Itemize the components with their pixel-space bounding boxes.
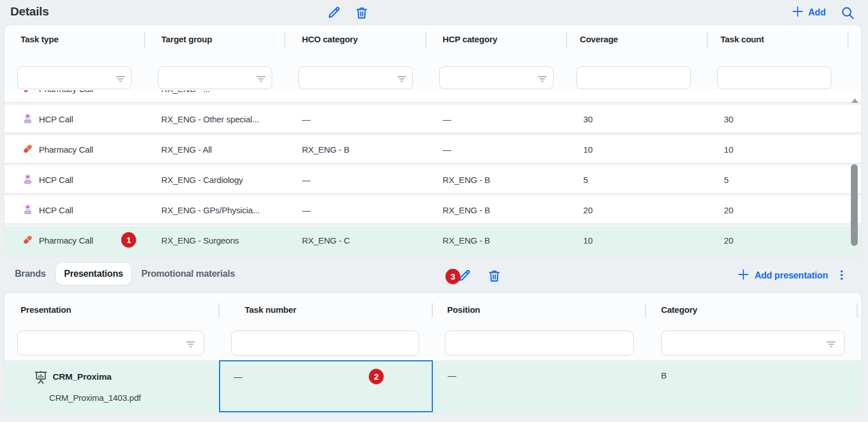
table-row[interactable]: HCP CallRX_ENG - Cardiology—RX_ENG - B55 — [5, 166, 861, 196]
trash-icon — [487, 269, 501, 283]
column-separator — [645, 303, 646, 318]
add-button-label: Add — [808, 7, 826, 18]
task-count-cell: 10 — [724, 145, 861, 154]
presentation-screen-icon — [33, 369, 49, 388]
page-title: Details — [10, 5, 49, 18]
scrollbar-thumb[interactable] — [851, 164, 858, 246]
hco-category-cell: — — [302, 114, 443, 124]
task-count-cell: 30 — [724, 114, 861, 124]
column-separator — [847, 33, 849, 47]
filter-input-target-group[interactable] — [158, 66, 272, 89]
filter-input-task-type[interactable] — [17, 66, 132, 89]
table-row-body: HCP CallRX_ENG - GPs/Physicia...—RX_ENG … — [5, 196, 861, 224]
presentation-row[interactable]: CRM_ProximaCRM_Proxima_1403.pdf2——B — [5, 360, 861, 413]
column-header-position: Position — [447, 305, 480, 314]
table-row[interactable]: HCP CallRX_ENG - Other special...——3030 — [5, 105, 861, 136]
filter-input-presentation[interactable] — [17, 331, 204, 356]
hcp-category-cell: RX_ENG - B — [443, 175, 583, 185]
task-type-cell: Pharmacy Call — [21, 90, 161, 96]
top-toolbar: Details Add — [0, 0, 868, 25]
coverage-cell: 10 — [583, 236, 724, 245]
presentations-toolbar: BrandsPresentationsPromotional materials… — [5, 256, 863, 293]
pharmacy-call-icon — [22, 90, 34, 96]
tasks-table-body: Pharmacy CallRX_ENG - ...——HCP CallRX_EN… — [5, 90, 861, 256]
hcp-category-cell: — — [443, 145, 583, 154]
add-button[interactable]: Add — [791, 5, 826, 21]
table-row[interactable]: Pharmacy CallRX_ENG - ...—— — [5, 90, 861, 105]
table-row-body: Pharmacy CallRX_ENG - AllRX_ENG - B—1010 — [5, 136, 861, 163]
filter-input-coverage[interactable] — [576, 66, 691, 89]
filter-input-category[interactable] — [661, 331, 845, 356]
table-row[interactable]: Pharmacy CallRX_ENG - SurgeonsRX_ENG - C… — [5, 226, 861, 256]
coverage-cell: 30 — [583, 114, 724, 124]
table-row[interactable]: Pharmacy CallRX_ENG - AllRX_ENG - B—1010 — [5, 136, 861, 166]
task-type-label: HCP Call — [39, 205, 73, 215]
tab-promotional-materials[interactable]: Promotional materials — [133, 263, 243, 285]
filter-input-hco-category[interactable] — [298, 66, 413, 89]
table-row-body: HCP CallRX_ENG - Cardiology—RX_ENG - B55 — [5, 166, 861, 193]
filter-input-task-count[interactable] — [717, 66, 831, 89]
plus-icon — [791, 5, 805, 21]
column-separator — [425, 33, 427, 47]
hcp-category-cell: — — [443, 114, 583, 124]
trash-icon — [355, 6, 369, 20]
vertical-scrollbar — [850, 90, 859, 256]
hcp-call-icon — [22, 203, 34, 217]
presentations-table-card: PresentationTask numberPositionCategory … — [5, 293, 861, 413]
task-number-cell-focused[interactable]: — — [219, 360, 433, 412]
column-header-task-count: Task count — [720, 34, 764, 44]
hco-category-cell: — — [302, 205, 443, 215]
hcp-category-cell: RX_ENG - B — [443, 236, 583, 245]
pharmacy-call-icon — [22, 142, 34, 157]
task-count-cell: 5 — [724, 175, 861, 185]
column-header-task-number: Task number — [245, 305, 296, 314]
table-row[interactable]: HCP CallRX_ENG - GPs/Physicia...—RX_ENG … — [5, 196, 861, 226]
hco-category-cell: RX_ENG - C — [302, 236, 443, 245]
tab-brands[interactable]: Brands — [7, 263, 54, 285]
target-group-cell: RX_ENG - GPs/Physicia... — [161, 205, 302, 215]
tasks-table-card: Task typeTarget groupHCO categoryHCP cat… — [5, 25, 861, 256]
kebab-menu-icon[interactable] — [835, 268, 849, 282]
column-header-hco-category: HCO category — [302, 34, 358, 44]
table-row-body: Pharmacy CallRX_ENG - SurgeonsRX_ENG - C… — [5, 226, 861, 254]
task-type-cell: HCP Call — [21, 112, 161, 126]
step-badge-1: 1 — [121, 232, 136, 248]
tab-presentations[interactable]: Presentations — [56, 263, 131, 285]
column-header-coverage: Coverage — [580, 34, 618, 44]
hcp-call-icon — [22, 112, 34, 126]
step-badge-2: 2 — [369, 369, 384, 384]
delete-presentation-button[interactable] — [486, 268, 502, 284]
search-icon — [840, 5, 855, 21]
scroll-up-arrow-icon[interactable] — [851, 98, 858, 103]
details-page: Details Add Task typeTarget groupHCO cat… — [0, 0, 868, 422]
pencil-icon — [327, 5, 341, 20]
edit-button[interactable] — [326, 5, 342, 21]
task-type-label: Pharmacy Call — [39, 145, 93, 154]
filter-input-task-number[interactable] — [231, 331, 419, 356]
pharmacy-call-icon — [22, 233, 34, 248]
task-type-label: Pharmacy Call — [39, 90, 93, 94]
add-presentation-button[interactable]: Add presentation — [736, 268, 828, 284]
hcp-category-cell: RX_ENG - B — [443, 205, 583, 215]
column-separator — [218, 303, 220, 318]
task-count-cell: 20 — [724, 205, 861, 215]
task-type-cell: HCP Call — [21, 173, 161, 187]
delete-button[interactable] — [353, 5, 369, 21]
filter-input-position[interactable] — [445, 331, 634, 356]
column-header-hcp-category: HCP category — [443, 34, 497, 44]
hco-category-cell: — — [302, 90, 443, 94]
target-group-cell: RX_ENG - All — [161, 145, 302, 154]
column-header-category: Category — [661, 305, 697, 314]
task-count-cell: 20 — [724, 236, 861, 245]
category-value: B — [661, 371, 667, 380]
table-row-body: HCP CallRX_ENG - Other special...——3030 — [5, 105, 861, 133]
task-type-cell: Pharmacy Call — [21, 142, 161, 157]
column-separator — [432, 303, 433, 318]
target-group-cell: RX_ENG - Surgeons — [161, 236, 302, 245]
column-header-task-type: Task type — [21, 34, 58, 44]
filter-input-hcp-category[interactable] — [439, 66, 554, 89]
column-separator — [857, 303, 858, 318]
search-button[interactable] — [839, 5, 855, 21]
hcp-category-cell: — — [443, 90, 583, 94]
hcp-call-icon — [22, 173, 34, 187]
